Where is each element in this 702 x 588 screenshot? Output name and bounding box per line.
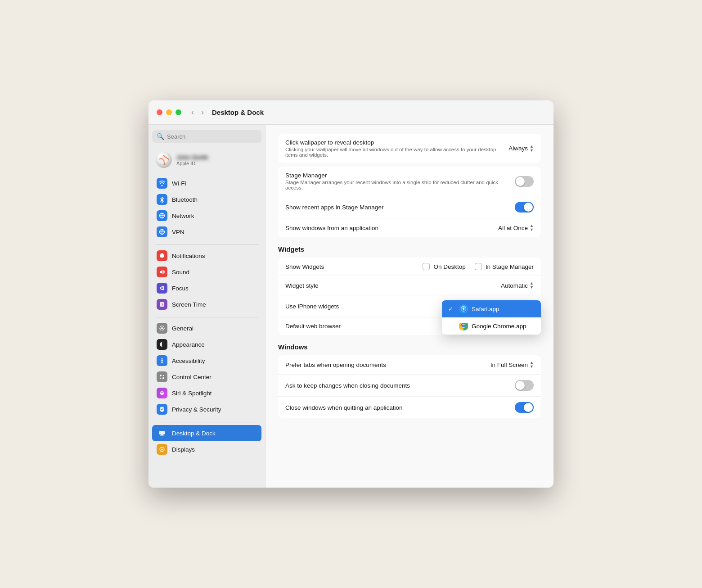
svg-rect-19 xyxy=(160,435,164,436)
show-recent-apps-setting: Show recent apps in Stage Manager xyxy=(278,196,541,218)
back-button[interactable]: ‹ xyxy=(189,107,197,118)
svg-point-21 xyxy=(162,449,163,450)
sidebar-item-label: Privacy & Security xyxy=(172,406,221,413)
maximize-button[interactable] xyxy=(176,109,181,115)
sidebar-divider-2 xyxy=(156,317,258,317)
sidebar-group-prefs: General Appearance xyxy=(152,320,261,417)
browser-dropdown[interactable]: ✓ xyxy=(442,300,541,335)
sidebar-item-label: Siri & Spotlight xyxy=(172,390,212,397)
user-section[interactable]: ⚾ John Smith Apple ID xyxy=(152,149,261,172)
show-recent-apps-toggle[interactable] xyxy=(515,202,534,213)
toggle-knob xyxy=(524,403,533,412)
show-windows-arrows: ▲ ▼ xyxy=(530,224,534,232)
sidebar-item-label: Wi-Fi xyxy=(172,180,186,187)
chrome-label: Google Chrome.app xyxy=(472,323,526,330)
safari-option[interactable]: ✓ xyxy=(442,300,541,317)
search-input[interactable] xyxy=(167,133,257,140)
on-desktop-label: On Desktop xyxy=(433,263,465,270)
sidebar-item-label: Control Center xyxy=(172,374,212,380)
keep-changes-setting: Ask to keep changes when closing documen… xyxy=(278,375,541,397)
sidebar-item-siri[interactable]: Siri & Spotlight xyxy=(152,385,261,401)
close-windows-toggle[interactable] xyxy=(515,402,534,413)
sidebar-item-vpn[interactable]: VPN xyxy=(152,224,261,240)
system-preferences-window: ‹ › Desktop & Dock 🔍 ⚾ John Smith Apple … xyxy=(148,100,554,488)
controlcenter-icon xyxy=(157,371,167,382)
sidebar-item-controlcenter[interactable]: Control Center xyxy=(152,369,261,385)
sidebar-item-screentime[interactable]: Screen Time xyxy=(152,296,261,312)
wallpaper-setting: Click wallpaper to reveal desktop Clicki… xyxy=(278,134,541,163)
stage-manager-row: Stage Manager Stage Manager arranges you… xyxy=(278,167,541,237)
sidebar-item-network[interactable]: Network xyxy=(152,208,261,224)
svg-rect-18 xyxy=(161,434,163,435)
general-icon xyxy=(157,323,167,334)
traffic-lights xyxy=(157,109,181,115)
stage-manager-text: Stage Manager Stage Manager arranges you… xyxy=(285,172,515,190)
sidebar-item-label: VPN xyxy=(172,229,184,235)
checkmark-icon: ✓ xyxy=(448,306,455,312)
stage-manager-setting: Stage Manager Stage Manager arranges you… xyxy=(278,167,541,196)
window-title: Desktop & Dock xyxy=(212,109,264,116)
wallpaper-label: Click wallpaper to reveal desktop xyxy=(285,139,508,146)
close-button[interactable] xyxy=(157,109,162,115)
wallpaper-select[interactable]: Always ▲ ▼ xyxy=(508,145,534,153)
prefer-tabs-value: In Full Screen xyxy=(490,362,528,368)
sidebar-item-label: Network xyxy=(172,213,194,219)
sidebar-item-label: Appearance xyxy=(172,341,205,348)
keep-changes-toggle[interactable] xyxy=(515,380,534,391)
sidebar-item-wifi[interactable]: Wi-Fi xyxy=(152,175,261,191)
in-stage-manager-checkbox[interactable] xyxy=(475,263,482,270)
widget-style-value: Automatic xyxy=(501,282,528,289)
widgets-section-title: Widgets xyxy=(278,245,541,253)
toggle-knob xyxy=(516,177,525,186)
prefer-tabs-label: Prefer tabs when opening documents xyxy=(285,362,386,368)
stage-manager-toggle[interactable] xyxy=(515,176,534,187)
on-desktop-checkbox[interactable] xyxy=(423,263,430,270)
search-box[interactable]: 🔍 xyxy=(152,130,261,143)
screentime-icon xyxy=(157,299,167,310)
sidebar-item-focus[interactable]: Focus xyxy=(152,280,261,296)
titlebar: ‹ › Desktop & Dock xyxy=(148,100,554,125)
wallpaper-arrows: ▲ ▼ xyxy=(530,145,534,153)
sidebar-item-sound[interactable]: Sound xyxy=(152,264,261,280)
forward-button[interactable]: › xyxy=(198,107,207,118)
widget-style-arrows: ▲ ▼ xyxy=(530,281,534,289)
close-windows-label: Close windows when quitting an applicati… xyxy=(285,404,402,411)
sidebar-item-label: Screen Time xyxy=(172,301,206,308)
svg-rect-17 xyxy=(159,431,165,434)
sidebar-item-accessibility[interactable]: Accessibility xyxy=(152,353,261,369)
safari-icon xyxy=(459,304,468,313)
sidebar-group-system: Notifications Sound xyxy=(152,248,261,312)
displays-icon xyxy=(157,444,167,455)
prefer-tabs-select[interactable]: In Full Screen ▲ ▼ xyxy=(490,361,534,369)
sidebar-item-bluetooth[interactable]: Bluetooth xyxy=(152,191,261,208)
sidebar-item-general[interactable]: General xyxy=(152,320,261,336)
sidebar-item-notifications[interactable]: Notifications xyxy=(152,248,261,264)
sidebar-item-appearance[interactable]: Appearance xyxy=(152,336,261,353)
nav-arrows: ‹ › xyxy=(189,107,207,118)
keep-changes-label: Ask to keep changes when closing documen… xyxy=(285,382,410,389)
sidebar-item-label: Notifications xyxy=(172,253,205,259)
sidebar-item-label: Sound xyxy=(172,269,189,276)
svg-point-9 xyxy=(161,327,163,329)
sidebar-group-network: Wi-Fi Bluetooth xyxy=(152,175,261,240)
sidebar-item-desktop[interactable]: Desktop & Dock xyxy=(152,425,261,441)
user-info: John Smith Apple ID xyxy=(176,154,208,166)
svg-point-15 xyxy=(162,377,164,379)
toggle-knob xyxy=(516,381,525,390)
show-windows-select[interactable]: All at Once ▲ ▼ xyxy=(498,224,534,232)
notifications-icon xyxy=(157,250,167,261)
minimize-button[interactable] xyxy=(166,109,172,115)
svg-point-25 xyxy=(463,308,464,309)
sidebar-item-privacy[interactable]: Privacy & Security xyxy=(152,401,261,417)
iphone-widgets-label: Use iPhone widgets xyxy=(285,303,339,310)
sidebar-divider-3 xyxy=(156,422,258,422)
privacy-icon xyxy=(157,404,167,415)
safari-label: Safari.app xyxy=(472,306,500,312)
chrome-option[interactable]: ✓ Google Chrome.app xyxy=(442,317,541,335)
stage-manager-label: Stage Manager xyxy=(285,172,515,179)
network-icon xyxy=(157,210,167,221)
sidebar-item-label: Accessibility xyxy=(172,357,205,364)
sidebar-item-displays[interactable]: Displays xyxy=(152,441,261,457)
widget-style-select[interactable]: Automatic ▲ ▼ xyxy=(501,281,534,289)
user-name: John Smith xyxy=(176,154,208,161)
